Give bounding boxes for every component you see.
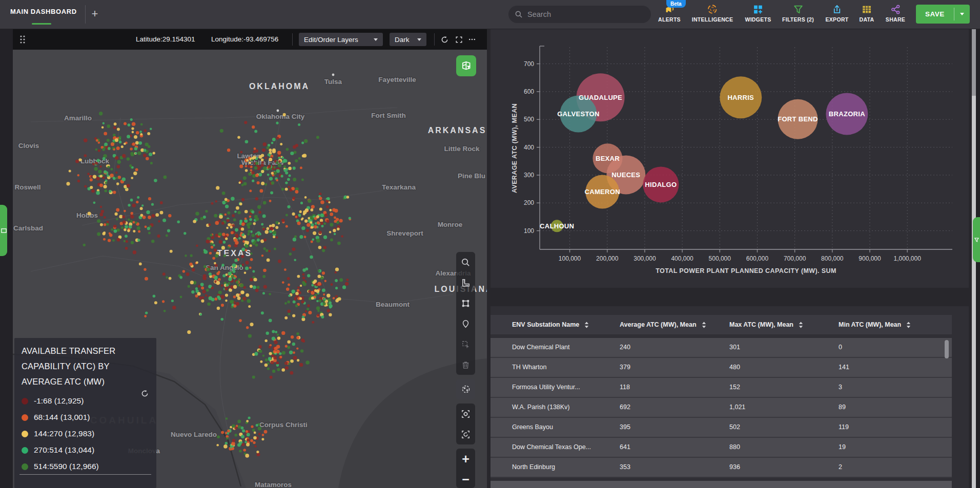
intelligence-button[interactable]: INTELLIGENCE [692, 3, 733, 26]
map-dot[interactable] [265, 230, 269, 234]
map-dot[interactable] [232, 447, 235, 450]
map-dot[interactable] [132, 122, 136, 126]
map-dot[interactable] [304, 139, 308, 143]
map-dot[interactable] [127, 184, 130, 187]
sort-icon[interactable] [798, 321, 804, 329]
map-dot[interactable] [295, 216, 298, 218]
map-dot[interactable] [125, 225, 128, 229]
map-dot[interactable] [100, 206, 102, 208]
map-dot[interactable] [302, 281, 305, 284]
map-dot[interactable] [323, 303, 326, 306]
map-dot[interactable] [122, 154, 126, 158]
map-dot[interactable] [193, 220, 196, 223]
map-dot[interactable] [108, 239, 111, 242]
map-dot[interactable] [214, 262, 216, 265]
map-dot[interactable] [323, 236, 327, 239]
map-dot[interactable] [320, 219, 323, 222]
map-dot[interactable] [290, 371, 294, 375]
map-dot[interactable] [233, 285, 237, 289]
map-dot[interactable] [215, 254, 218, 258]
map-dot[interactable] [263, 269, 267, 272]
map-dot[interactable] [211, 246, 214, 249]
map-dot[interactable] [276, 137, 279, 140]
map-dot[interactable] [143, 154, 147, 157]
map-dot[interactable] [190, 254, 193, 257]
map-dot[interactable] [104, 171, 107, 174]
map-dot[interactable] [257, 239, 260, 242]
legend-item[interactable]: -1:68 (12,925) [22, 396, 149, 406]
map-dot[interactable] [95, 148, 98, 151]
zoom-out-button[interactable]: − [456, 469, 475, 488]
map-dot[interactable] [164, 176, 167, 179]
map-dot[interactable] [316, 239, 320, 243]
map-dot[interactable] [301, 217, 303, 219]
map-refresh-button[interactable] [438, 33, 451, 46]
map-dot[interactable] [295, 305, 298, 307]
map-dot[interactable] [198, 285, 200, 287]
map-dot[interactable] [90, 186, 93, 189]
map-dot[interactable] [107, 139, 110, 142]
map-dot[interactable] [278, 163, 281, 167]
map-dot[interactable] [227, 432, 230, 435]
map-dot[interactable] [342, 285, 346, 289]
filters-button[interactable]: FILTERS (2) [782, 3, 814, 26]
map-dot[interactable] [261, 311, 264, 314]
add-tab-button[interactable]: + [88, 6, 101, 22]
map-dot[interactable] [262, 292, 265, 294]
layers-dropdown[interactable]: Edit/Order Layers [299, 33, 383, 46]
map-dot[interactable] [261, 161, 264, 164]
map-dot[interactable] [241, 291, 244, 293]
map-dot[interactable] [308, 290, 311, 292]
map-dot[interactable] [274, 248, 276, 250]
map-dot[interactable] [252, 125, 255, 129]
map-dot[interactable] [338, 297, 341, 301]
map-dot[interactable] [185, 254, 187, 257]
map-dot[interactable] [140, 123, 143, 126]
map-dot[interactable] [300, 349, 303, 352]
map-dot[interactable] [255, 150, 258, 153]
map-dot[interactable] [281, 157, 284, 159]
map-dot[interactable] [269, 293, 271, 295]
map-dot[interactable] [221, 318, 224, 321]
map-dot[interactable] [205, 210, 208, 213]
map-dot[interactable] [151, 240, 154, 243]
map-dot[interactable] [258, 345, 261, 348]
map-dot[interactable] [130, 212, 133, 215]
map-dot[interactable] [278, 337, 280, 340]
map-dot[interactable] [239, 220, 242, 223]
map-dot[interactable] [140, 207, 143, 210]
map-dot[interactable] [318, 274, 321, 278]
map-dot[interactable] [267, 227, 270, 230]
map-dot[interactable] [167, 229, 170, 232]
map-dot[interactable] [203, 216, 206, 219]
map-dot[interactable] [92, 163, 95, 165]
map-dot[interactable] [241, 227, 244, 230]
map-dot[interactable] [288, 363, 290, 365]
map-dot[interactable] [264, 430, 268, 434]
map-dot[interactable] [188, 285, 190, 288]
map-dot[interactable] [255, 162, 258, 165]
map-dot[interactable] [239, 202, 242, 205]
map-dot[interactable] [296, 332, 299, 335]
map-dot[interactable] [116, 182, 119, 185]
map-dot[interactable] [249, 189, 252, 192]
map-dot[interactable] [162, 300, 165, 303]
map-dot[interactable] [326, 197, 330, 200]
map-dot[interactable] [84, 154, 87, 157]
zoom-in-button[interactable]: + [456, 449, 475, 469]
map-dot[interactable] [292, 290, 295, 293]
map-dot[interactable] [311, 208, 314, 211]
map-dot[interactable] [259, 189, 263, 193]
map-dot[interactable] [250, 244, 252, 247]
map-dot[interactable] [254, 215, 258, 219]
map-dot[interactable] [329, 302, 332, 305]
measure-ruler-button[interactable] [456, 272, 475, 293]
map-dot[interactable] [253, 278, 257, 281]
map-dot[interactable] [269, 177, 273, 180]
map-dot[interactable] [224, 214, 227, 216]
map-dot[interactable] [243, 176, 247, 180]
map-dot[interactable] [130, 199, 133, 202]
map-dot[interactable] [232, 224, 235, 227]
map-dot[interactable] [281, 331, 285, 335]
map-dot[interactable] [260, 360, 262, 363]
